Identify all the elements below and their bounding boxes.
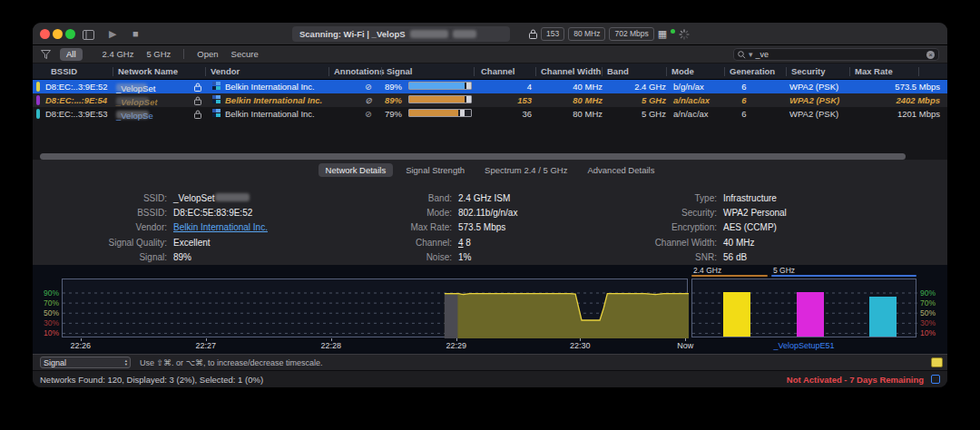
col-bssid[interactable]: BSSID — [51, 66, 77, 76]
security-value: WPA2 Personal — [723, 208, 787, 218]
filter-secure-button[interactable]: Secure — [231, 49, 259, 59]
filter-5ghz-button[interactable]: 5 GHz — [146, 49, 171, 59]
cell-max-rate: 573.5 Mbps — [849, 82, 940, 92]
cell-mode: a/n/ac/ax — [673, 109, 709, 119]
spectrum-network-label: _VelopSetupE51 — [691, 341, 916, 350]
col-mode[interactable]: Mode — [671, 66, 694, 76]
cell-bssid: D8:EC:..3:9E:52 — [45, 82, 108, 92]
annotation-icon[interactable]: ⊘ — [365, 95, 372, 105]
x-axis-tick-label: 22:30 — [560, 341, 600, 350]
timescale-hint: Use ⇧⌘. or ⌥⌘, to increase/decrease time… — [140, 358, 323, 367]
table-row[interactable]: D8:EC:..3:9E:52 _VelopSet Belkin Interna… — [33, 80, 947, 93]
y-axis-tick-label: 70% — [920, 298, 936, 308]
axis-tick — [456, 338, 457, 341]
network-details-pane: SSID:_VelopSet BSSID:D8:EC:5E:83:9E:52 V… — [33, 180, 947, 265]
redacted-text — [453, 30, 476, 38]
vendor-label: Vendor: — [33, 222, 167, 232]
filter-all-button[interactable]: All — [60, 48, 83, 61]
cell-vendor: Belkin International Inc. — [225, 109, 315, 119]
col-band[interactable]: Band — [607, 66, 629, 76]
close-window-button[interactable] — [40, 29, 50, 39]
network-color-chip[interactable] — [931, 357, 943, 367]
band-label: 5 GHz — [773, 266, 795, 275]
lock-icon — [194, 109, 201, 119]
col-signal[interactable]: Signal — [387, 66, 413, 76]
search-input[interactable]: _ve — [756, 50, 924, 59]
encryption-value: AES (CCMP) — [723, 222, 777, 232]
search-field[interactable]: ▾ _ve × — [733, 48, 939, 61]
rate-badge: 702 Mbps — [609, 27, 653, 41]
y-axis-tick-label: 10% — [920, 328, 936, 337]
filter-funnel-icon[interactable] — [41, 50, 51, 59]
cell-max-rate: 2402 Mbps — [849, 95, 940, 105]
y-axis-tick-label: 30% — [33, 318, 59, 327]
type-label: Type: — [604, 193, 717, 203]
activity-spinner-icon — [679, 29, 690, 40]
redacted-text — [410, 30, 448, 38]
security-label: Security: — [604, 208, 717, 218]
filter-open-button[interactable]: Open — [197, 49, 218, 59]
charts-panel: 90%70%50%30%10%22:2622:2722:2822:2922:30… — [33, 265, 947, 354]
tab-advanced-details[interactable]: Advanced Details — [580, 163, 662, 177]
annotation-icon[interactable]: ⊘ — [365, 82, 372, 92]
y-axis-tick-label: 50% — [920, 308, 936, 318]
col-max-rate[interactable]: Max Rate — [855, 66, 893, 76]
x-axis-tick-label: 22:29 — [436, 341, 476, 350]
lock-icon — [194, 82, 201, 92]
metric-selector[interactable]: Signal ▴▾ — [40, 357, 131, 368]
channel-color-stripe — [36, 109, 40, 119]
y-axis-tick-label: 10% — [33, 328, 59, 337]
spectrum-chart — [691, 279, 916, 337]
search-scope-chevron-icon[interactable]: ▾ — [749, 50, 753, 59]
table-row[interactable]: D8:EC:...:9E:54 _VelopSet Belkin Interna… — [33, 93, 947, 107]
col-vendor[interactable]: Vendor — [211, 66, 240, 76]
filter-24ghz-button[interactable]: 2.4 GHz — [103, 49, 134, 59]
scan-stop-button[interactable]: ■ — [132, 26, 139, 42]
minimize-window-button[interactable] — [53, 29, 63, 39]
band-label: Band: — [370, 193, 452, 203]
horizontal-scrollbar[interactable] — [40, 153, 906, 160]
cell-security: WPA2 (PSK) — [789, 95, 839, 105]
col-generation[interactable]: Generation — [730, 66, 775, 76]
scan-play-button[interactable]: ▶ — [109, 26, 116, 42]
activation-status-text: Not Activated - 7 Days Remaining — [787, 375, 924, 385]
cell-channel: 36 — [483, 109, 532, 119]
col-annotations[interactable]: Annotations — [334, 66, 384, 76]
ssid-value: _VelopSet — [173, 193, 250, 203]
status-indicator-icon[interactable] — [931, 375, 940, 384]
noise-label: Noise: — [370, 252, 452, 262]
vendor-link[interactable]: Belkin International Inc. — [173, 222, 268, 232]
tab-network-details[interactable]: Network Details — [318, 163, 394, 177]
max-rate-label: Max Rate: — [370, 222, 452, 232]
col-security[interactable]: Security — [791, 66, 826, 76]
col-channel-width[interactable]: Channel Width — [541, 66, 601, 76]
bssid-value: D8:EC:5E:83:9E:52 — [173, 208, 252, 218]
search-clear-icon[interactable]: × — [926, 51, 935, 59]
sidebar-toggle-icon[interactable] — [83, 26, 94, 42]
cell-security: WPA2 (PSK) — [789, 109, 838, 119]
cell-security: WPA2 (PSK) — [789, 82, 838, 92]
cell-vendor: Belkin International Inc. — [225, 82, 315, 92]
snr-value: 56 dB — [723, 252, 747, 262]
table-row[interactable]: D8:EC:..3:9E:53 _VelopSe Belkin Internat… — [33, 107, 947, 121]
x-axis-tick-label: 22:27 — [186, 341, 226, 350]
cell-band: 5 GHz — [606, 109, 666, 119]
cell-channel: 4 — [483, 82, 532, 92]
cell-channel: 153 — [483, 95, 532, 105]
x-axis-tick-label: 22:26 — [61, 341, 101, 350]
zoom-window-button[interactable] — [65, 29, 75, 39]
tab-signal-strength[interactable]: Signal Strength — [398, 163, 472, 177]
cell-generation: 6 — [731, 95, 757, 105]
signal-quality-value: Excellent — [173, 238, 211, 248]
col-channel[interactable]: Channel — [481, 66, 514, 76]
x-axis-tick-label: 22:28 — [311, 341, 351, 350]
y-axis-tick-label: 90% — [33, 288, 59, 298]
annotation-icon[interactable]: ⊘ — [365, 109, 372, 119]
tab-spectrum[interactable]: Spectrum 2.4 / 5 GHz — [477, 163, 574, 177]
search-icon — [738, 51, 746, 59]
cell-band: 2.4 GHz — [606, 82, 666, 92]
col-network-name[interactable]: Network Name — [118, 66, 178, 76]
band-underline — [691, 275, 768, 277]
status-bar: Networks Found: 120, Displayed: 3 (2%), … — [33, 370, 947, 387]
spectrum-bar — [797, 292, 824, 337]
